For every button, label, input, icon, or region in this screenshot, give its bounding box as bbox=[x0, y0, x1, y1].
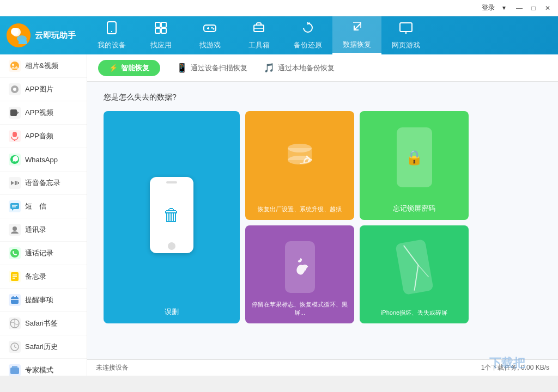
sidebar-label-expert-mode: 专家模式 bbox=[25, 365, 53, 375]
sidebar-item-contacts[interactable]: 通讯录 bbox=[0, 218, 87, 242]
card-phone-display: 🗑 bbox=[150, 177, 193, 253]
svg-marker-25 bbox=[17, 111, 19, 114]
apple-phone-icon bbox=[285, 241, 315, 293]
card-accidental-delete[interactable]: 🗑 误删 bbox=[104, 111, 240, 323]
sidebar-item-reminders[interactable]: 提醒事项 bbox=[0, 289, 87, 312]
tab-device-scan[interactable]: 📱 通过设备扫描恢复 bbox=[177, 54, 247, 81]
nav-find-game[interactable]: 找游戏 bbox=[185, 16, 234, 54]
sidebar-item-expert-mode[interactable]: 专家模式 bbox=[0, 359, 87, 376]
sidebar-item-safari-history[interactable]: Safari历史 bbox=[0, 335, 87, 359]
sidebar-item-app-videos[interactable]: APP视频 bbox=[0, 101, 87, 125]
sidebar-label-safari-history: Safari历史 bbox=[25, 342, 58, 352]
svg-point-13 bbox=[211, 27, 213, 29]
card-forgot-password[interactable]: 🔒 忘记锁屏密码 bbox=[360, 111, 469, 220]
svg-rect-26 bbox=[13, 132, 17, 137]
svg-point-1 bbox=[12, 28, 21, 36]
svg-rect-9 bbox=[161, 28, 166, 33]
title-bar-controls: 登录 ▼ — □ ✕ bbox=[482, 2, 554, 14]
photos-videos-icon bbox=[9, 60, 21, 72]
close-button[interactable]: ✕ bbox=[542, 2, 554, 14]
lightning-icon: ⚡ bbox=[109, 64, 118, 72]
sidebar-item-sms[interactable]: 短 信 bbox=[0, 195, 87, 218]
logo-text: 云即玩助手 bbox=[35, 30, 76, 41]
crack-lines bbox=[395, 238, 434, 295]
svg-point-38 bbox=[10, 249, 19, 258]
sidebar-item-notes[interactable]: 备忘录 bbox=[0, 265, 87, 289]
card-broken-phone[interactable]: iPhone损坏、丢失或碎屏 bbox=[360, 225, 469, 323]
svg-rect-43 bbox=[11, 297, 19, 304]
lock-phone-display: 🔒 bbox=[397, 127, 432, 187]
lock-icon: 🔒 bbox=[405, 149, 423, 166]
svg-line-55 bbox=[403, 243, 418, 267]
nav-find-app[interactable]: 找应用 bbox=[136, 16, 185, 54]
tab-smart-recovery[interactable]: ⚡ 智能恢复 bbox=[98, 60, 160, 76]
whatsapp-icon bbox=[9, 154, 21, 166]
apple-phone-display bbox=[285, 241, 315, 293]
content-area: ⚡ 智能恢复 📱 通过设备扫描恢复 🎵 通过本地备份恢复 您是怎么失去的数据? … bbox=[87, 54, 558, 376]
nav-webgame-icon bbox=[399, 21, 413, 38]
svg-point-20 bbox=[10, 62, 19, 70]
sidebar-item-voice-memo[interactable]: 语音备忘录 bbox=[0, 171, 87, 195]
status-bar: 未连接设备 1个下载任务, 0.00 KB/s bbox=[87, 359, 558, 376]
sidebar-label-app-videos: APP视频 bbox=[25, 108, 53, 118]
dropdown-arrow[interactable]: ▼ bbox=[501, 5, 507, 11]
card-factory-label: 恢复出厂设置、系统升级、越狱 bbox=[245, 205, 354, 213]
nav-my-device[interactable]: 我的设备 bbox=[87, 16, 136, 54]
music-icon: 🎵 bbox=[264, 63, 275, 73]
nav-backup-label: 备份还原 bbox=[294, 40, 322, 50]
svg-rect-6 bbox=[155, 22, 160, 27]
card-stuck-apple[interactable]: 停留在苹果标志、恢复模式循环、黑屏... bbox=[245, 225, 354, 323]
card-password-label: 忘记锁屏密码 bbox=[360, 204, 469, 213]
download-status: 1个下载任务, 0.00 KB/s bbox=[481, 363, 549, 372]
sidebar-label-sms: 短 信 bbox=[25, 201, 46, 211]
svg-marker-34 bbox=[12, 209, 14, 211]
svg-line-57 bbox=[418, 264, 428, 278]
safari-bookmarks-icon bbox=[9, 317, 21, 329]
sidebar-item-app-audio[interactable]: APP音频 bbox=[0, 125, 87, 148]
notes-icon bbox=[9, 271, 21, 283]
tab-local-backup[interactable]: 🎵 通过本地备份恢复 bbox=[264, 54, 335, 81]
login-button[interactable]: 登录 bbox=[482, 3, 495, 13]
app-photos-icon bbox=[9, 83, 21, 95]
sidebar-label-voice-memo: 语音备忘录 bbox=[25, 178, 60, 188]
database-icon bbox=[283, 142, 316, 174]
card-factory-reset[interactable]: 恢复出厂设置、系统升级、越狱 bbox=[245, 111, 354, 220]
maximize-button[interactable]: □ bbox=[527, 2, 539, 14]
sidebar-item-whatsapp[interactable]: WhatsApp bbox=[0, 148, 87, 171]
nav-backup[interactable]: 备份还原 bbox=[283, 16, 332, 54]
sidebar-label-app-photos: APP图片 bbox=[25, 84, 53, 94]
sidebar-item-call-log[interactable]: 通话记录 bbox=[0, 242, 87, 265]
sidebar-item-app-photos[interactable]: APP图片 bbox=[0, 78, 87, 101]
sidebar: 相片&视频 APP图片 APP视频 APP音频 WhatsApp bbox=[0, 54, 87, 376]
sidebar-label-safari-bookmarks: Safari书签 bbox=[25, 318, 58, 328]
sidebar-label-reminders: 提醒事项 bbox=[25, 295, 53, 305]
svg-point-21 bbox=[12, 64, 14, 66]
sidebar-label-whatsapp: WhatsApp bbox=[25, 156, 58, 164]
nav-device-icon bbox=[105, 21, 119, 38]
svg-point-37 bbox=[13, 226, 17, 231]
sidebar-item-safari-bookmarks[interactable]: Safari书签 bbox=[0, 312, 87, 335]
svg-point-3 bbox=[13, 28, 17, 33]
safari-history-icon bbox=[9, 341, 21, 353]
svg-rect-17 bbox=[400, 23, 412, 32]
minimize-button[interactable]: — bbox=[513, 2, 525, 14]
card-apple-label: 停留在苹果标志、恢复模式循环、黑屏... bbox=[245, 301, 354, 317]
nav-game-label: 找游戏 bbox=[199, 40, 221, 50]
nav-web-game[interactable]: 网页游戏 bbox=[381, 16, 430, 54]
nav-data-recovery[interactable]: 数据恢复 bbox=[332, 16, 381, 54]
nav-game-icon bbox=[203, 21, 217, 38]
nav-app-icon bbox=[154, 21, 168, 38]
svg-marker-29 bbox=[11, 181, 14, 185]
nav-tools-icon bbox=[252, 21, 266, 38]
app-audio-icon bbox=[9, 130, 21, 142]
nav-app-label: 找应用 bbox=[150, 40, 172, 50]
expert-mode-icon bbox=[9, 364, 21, 376]
sms-icon bbox=[9, 200, 21, 212]
nav-tools[interactable]: 工具箱 bbox=[234, 16, 283, 54]
nav-recovery-icon bbox=[350, 20, 364, 38]
reminders-icon bbox=[9, 294, 21, 306]
svg-rect-33 bbox=[10, 203, 19, 209]
svg-line-56 bbox=[410, 265, 422, 290]
sidebar-item-photos-videos[interactable]: 相片&视频 bbox=[0, 54, 87, 78]
tab-bar: ⚡ 智能恢复 📱 通过设备扫描恢复 🎵 通过本地备份恢复 bbox=[87, 54, 558, 82]
